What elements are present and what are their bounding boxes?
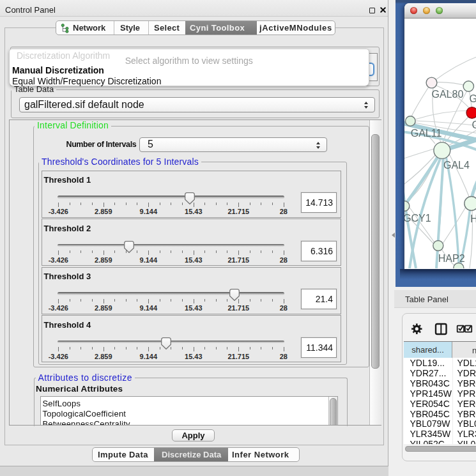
svg-text:GAL80: GAL80 bbox=[432, 89, 464, 100]
svg-text:GA: GA bbox=[470, 93, 476, 104]
svg-text:GCY1: GCY1 bbox=[404, 213, 431, 224]
svg-text:C: C bbox=[472, 119, 476, 130]
svg-text:GAL11: GAL11 bbox=[411, 128, 442, 139]
svg-text:GAL4: GAL4 bbox=[443, 160, 470, 171]
svg-text:H: H bbox=[470, 213, 476, 224]
svg-text:HAP2: HAP2 bbox=[438, 253, 465, 264]
